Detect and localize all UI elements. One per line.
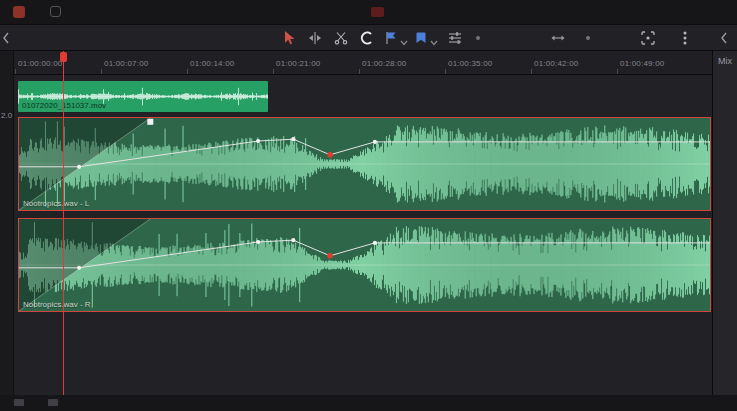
retime-curve-icon[interactable]: [358, 30, 374, 46]
audio-waveform-right: [19, 219, 710, 311]
bottom-bar: [0, 395, 737, 411]
mixer-panel-title: Mix: [718, 56, 732, 66]
marker-chevron-down-icon[interactable]: [429, 34, 439, 48]
audio-clip-left-channel[interactable]: Nootropics.wav - L: [18, 117, 711, 211]
collapse-right-chevron-icon[interactable]: [719, 31, 729, 45]
marker-icon[interactable]: [413, 30, 429, 46]
zoom-dot-left-icon[interactable]: [470, 30, 486, 46]
ruler-tick: [187, 69, 188, 74]
flag-icon[interactable]: [383, 30, 399, 46]
ruler-tick: [15, 69, 16, 74]
davinci-edit-timeline-window: 01:00:00:00 01:00:07:00 01:00:14:00 01:0…: [0, 0, 737, 411]
top-bar: [0, 0, 737, 24]
playhead-handle[interactable]: [60, 52, 67, 62]
razor-icon[interactable]: [333, 30, 349, 46]
timecode-label: 01:00:14:00: [190, 59, 234, 68]
track-header-gutter: 2.0: [0, 51, 14, 395]
timecode-label: 01:00:07:00: [104, 59, 148, 68]
timeline-track-area[interactable]: 01072020_151037.mov Nootropics.wav - L N…: [14, 75, 712, 395]
bottom-bar-icon[interactable]: [14, 399, 24, 406]
zoom-horizontal-icon[interactable]: [550, 30, 566, 46]
options-menu-kebab-icon[interactable]: [677, 30, 693, 46]
bottom-bar-icon[interactable]: [48, 399, 58, 406]
flag-chevron-down-icon[interactable]: [399, 34, 409, 48]
capture-still-icon[interactable]: [640, 30, 656, 46]
timecode-label: 01:00:42:00: [534, 59, 578, 68]
track-height-label: 2.0: [1, 111, 12, 120]
video-clip-label: 01072020_151037.mov: [22, 101, 106, 110]
ruler-tick: [101, 69, 102, 74]
timecode-label: 01:00:00:00: [18, 59, 62, 68]
timeline-ruler[interactable]: 01:00:00:00 01:00:07:00 01:00:14:00 01:0…: [14, 51, 712, 75]
zoom-dot-right-icon[interactable]: [580, 30, 596, 46]
ruler-tick: [273, 69, 274, 74]
audio-clip-label: Nootropics.wav - L: [23, 199, 89, 208]
timecode-label: 01:00:49:00: [620, 59, 664, 68]
playhead-line[interactable]: [63, 51, 64, 395]
audio-clip-right-channel[interactable]: Nootropics.wav - R: [18, 218, 711, 312]
collapse-left-chevron-icon[interactable]: [1, 31, 11, 45]
timecode-label: 01:00:21:00: [276, 59, 320, 68]
media-pool-red-icon[interactable]: [13, 6, 25, 18]
timecode-label: 01:00:28:00: [362, 59, 406, 68]
mixer-panel-sliver: Mix: [712, 51, 737, 395]
timeline-view-options-icon[interactable]: [447, 30, 463, 46]
audio-waveform-left: [19, 118, 710, 210]
inspector-gray-icon[interactable]: [50, 6, 61, 17]
ruler-tick: [359, 69, 360, 74]
audio-clip-label: Nootropics.wav - R: [23, 300, 91, 309]
record-indicator-icon: [371, 7, 384, 17]
ruler-tick: [531, 69, 532, 74]
selection-mode-arrow-icon[interactable]: [281, 30, 297, 46]
ruler-tick: [617, 69, 618, 74]
ruler-tick: [445, 69, 446, 74]
timecode-label: 01:00:35:00: [448, 59, 492, 68]
video-clip[interactable]: 01072020_151037.mov: [18, 81, 268, 112]
timeline-toolbar: [0, 24, 737, 51]
trim-edit-mode-icon[interactable]: [307, 30, 323, 46]
